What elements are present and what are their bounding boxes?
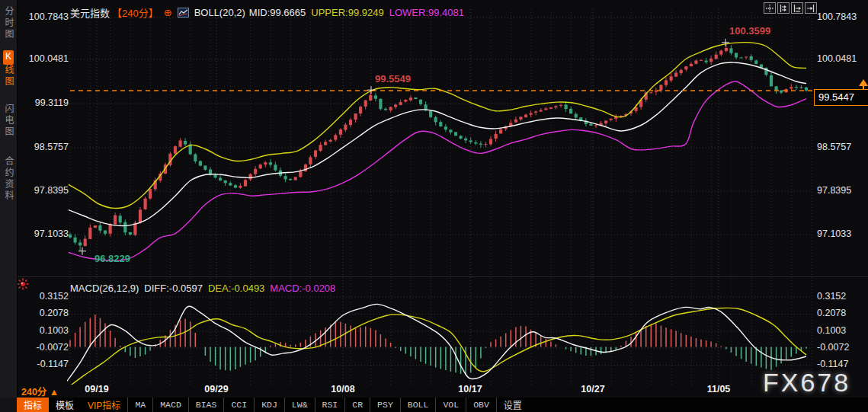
toolbar-boll-button[interactable]: BOLL	[400, 398, 436, 412]
live-burst-icon	[17, 278, 29, 290]
x-axis-date: 11/05	[707, 384, 731, 394]
macd-axis-label: 0.1003	[18, 325, 69, 336]
macd-axis-label: 0.1003	[817, 325, 867, 336]
y-axis-label: 97.8395	[18, 185, 69, 196]
y-axis-label: 98.5757	[817, 142, 867, 152]
toolbar-bias-button[interactable]: BIAS	[188, 398, 224, 412]
macd-axis-label: 0.2078	[817, 308, 867, 318]
session-high-annotation: 100.3599	[729, 25, 770, 37]
x-axis-date: 09/29	[204, 384, 228, 394]
fx678-watermark: FX678	[763, 368, 850, 398]
axis-zoom-right-icon[interactable]	[791, 2, 803, 14]
toolbar-kdj-button[interactable]: KDJ	[254, 398, 284, 412]
macd-axis-label: -0.1147	[18, 359, 69, 369]
y-axis-label: 100.7843	[817, 11, 867, 22]
boll-lower-value: LOWER:99.4081	[389, 7, 464, 18]
x-axis-date: 09/19	[85, 384, 108, 394]
macd-axis-label: -0.0072	[18, 342, 69, 353]
boll-indicator-label: BOLL(20,2)	[194, 7, 245, 18]
y-axis-label: 97.8395	[817, 185, 867, 196]
current-price-tag[interactable]: 99.5447	[814, 89, 868, 106]
sidebar-tab-flash-chart[interactable]: 闪电图	[0, 104, 17, 138]
y-axis-label: 99.3119	[18, 97, 69, 108]
macd-axis-label: 0.3152	[817, 291, 867, 302]
sidebar-tab-contract-info[interactable]: 合约资料	[0, 156, 17, 202]
sidebar-tab-time-chart[interactable]: 分时图	[0, 6, 17, 40]
swing-high-annotation: 99.5549	[375, 73, 411, 85]
period-selector[interactable]: 240分 ▲	[21, 384, 59, 398]
toolbar-templates-button[interactable]: 模板	[49, 398, 81, 412]
x-axis-date: 10/27	[581, 384, 604, 394]
toolbar-psy-button[interactable]: PSY	[370, 398, 400, 412]
macd-axis-label: -0.0072	[817, 342, 867, 353]
kline-chart-icon[interactable]	[178, 8, 189, 18]
y-axis-label: 100.7843	[18, 11, 69, 22]
boll-upper-value: UPPER:99.9249	[311, 7, 383, 18]
toolbar-cci-button[interactable]: CCI	[223, 398, 254, 412]
y-axis-label: 100.0481	[817, 53, 867, 64]
toolbar-cr-button[interactable]: CR	[344, 398, 370, 412]
sidebar-tab-kline-chart[interactable]: K线图	[0, 50, 17, 88]
macd-axis-label: 0.3152	[18, 291, 69, 302]
chart-type-sidebar: 分时图 K线图 闪电图 合约资料	[0, 0, 18, 398]
toolbar-vip-indicators-button[interactable]: VIP指标	[81, 398, 127, 412]
toolbar-ma-button[interactable]: MA	[127, 398, 152, 412]
y-axis-label: 97.1033	[817, 228, 867, 239]
x-axis-date: 10/17	[458, 384, 482, 394]
y-axis-label: 100.0481	[18, 53, 69, 64]
kline-tab-badge: K	[3, 50, 14, 65]
toolbar-lw-button[interactable]: LW&	[284, 398, 315, 412]
crosshair-move-icon[interactable]	[764, 2, 776, 14]
toolbar-vol-button[interactable]: VOL	[435, 398, 466, 412]
macd-macd-value: MACD:-0.0208	[270, 283, 335, 294]
period-badge[interactable]: 【240分】	[112, 5, 159, 20]
symbol-name: 美元指数	[70, 5, 110, 20]
macd-axis-label: 0.2078	[18, 308, 69, 318]
macd-indicator-label: MACD(26,12,9)	[70, 283, 139, 294]
axis-zoom-left-icon[interactable]	[777, 2, 790, 14]
x-axis-date: 10/08	[331, 384, 354, 394]
boll-mid-value: MID:99.6665	[249, 7, 306, 18]
chart-header: 美元指数 【240分】 ⊕ BOLL(20,2) MID:99.6665 UPP…	[70, 5, 464, 20]
toolbar-obv-button[interactable]: OBV	[466, 398, 496, 412]
jump-to-latest-icon[interactable]	[805, 2, 817, 14]
macd-header: MACD(26,12,9) DIFF:-0.0597 DEA:-0.0493 M…	[70, 283, 335, 294]
y-axis-label: 97.1033	[18, 228, 69, 239]
y-axis-label: 98.5757	[18, 142, 69, 152]
toolbar-indicators-button[interactable]: 指标	[17, 398, 49, 412]
chart-tool-icons	[764, 2, 817, 14]
toolbar-corner	[0, 398, 17, 412]
chart-canvas	[0, 0, 868, 412]
macd-diff-value: DIFF:-0.0597	[144, 283, 203, 294]
kline-tab-rest: 线图	[3, 65, 14, 88]
add-indicator-icon[interactable]: ⊕	[164, 7, 172, 18]
toolbar-settings-button[interactable]: 设置	[496, 398, 529, 412]
toolbar-macd-button[interactable]: MACD	[152, 398, 188, 412]
macd-dea-value: DEA:-0.0493	[208, 283, 264, 294]
toolbar-rsi-button[interactable]: RSI	[315, 398, 345, 412]
session-low-annotation: 96.8229	[94, 253, 130, 264]
indicator-toolbar: 指标 模板 VIP指标 MA MACD BIAS CCI KDJ LW& RSI…	[0, 398, 868, 412]
trading-app-window: 分时图 K线图 闪电图 合约资料 美元指数 【240分】 ⊕ BOLL(20,2…	[0, 0, 868, 412]
